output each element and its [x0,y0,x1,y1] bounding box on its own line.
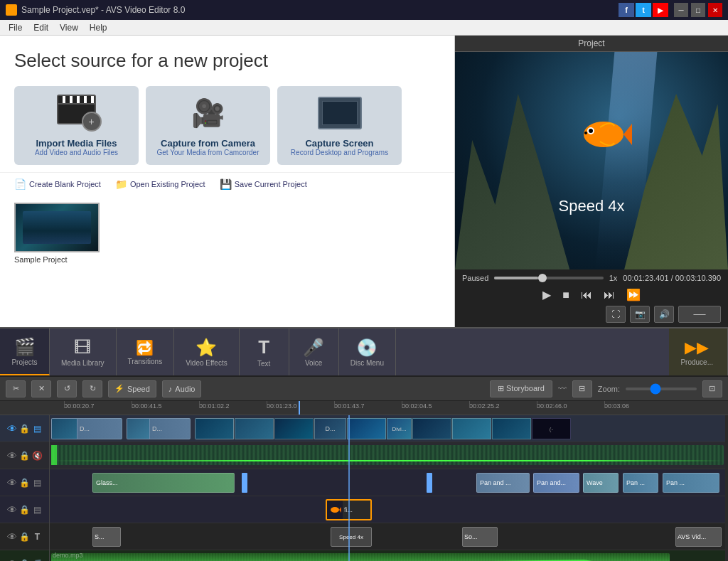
voice-label: Voice [305,359,322,367]
youtube-icon[interactable]: ▶ [653,3,668,17]
titlebar: Sample Project.vep* - AVS Video Editor 8… [0,0,728,20]
toolbar-effects[interactable]: ⭐ Video Effects [174,328,240,375]
project-name: Sample Project [14,255,100,264]
fish-clip[interactable]: fi... [326,499,372,520]
toolbar-text[interactable]: T Text [240,328,289,375]
audio-button[interactable]: ♪ Audio [162,380,202,397]
audio2-track-control: 👁 🔒 🎵 [0,550,49,561]
open-existing-button[interactable]: 📁 Open Existing Project [115,178,205,190]
playback-status-text: Paused [462,274,488,282]
skip-back-button[interactable]: ⏮ [578,287,595,303]
transitions-icon: 🔁 [136,339,154,356]
track-options-button[interactable]: ⊟ [572,380,592,397]
camera-tile[interactable]: 🎥 Capture from Camera Get Your Media fro… [146,86,270,165]
audio2-lock-button[interactable]: 🔒 [19,558,31,562]
project-thumbnail[interactable]: Sample Project [14,203,100,264]
speed-text-clip[interactable]: Speed 4x [331,527,372,547]
toolbar-transitions[interactable]: 🔁 Transitions [117,328,175,375]
audio2-eye-button[interactable]: 👁 [6,558,18,562]
toolbar-produce[interactable]: ▶▶ Produce... [669,328,728,375]
menu-edit[interactable]: Edit [28,21,54,34]
video-clip-2[interactable]: D... [127,418,191,439]
audio-volume-marker [51,445,57,465]
timeline-area: ✂ ✕ ↺ ↻ ⚡ Speed ♪ Audio ⊞ Storyboard 〰 ⊟… [0,377,728,561]
create-blank-button[interactable]: 📄 Create Blank Project [14,178,101,190]
text-clip-1[interactable]: S... [92,527,121,547]
wave-clip[interactable]: Wave [583,473,619,493]
library-label: Media Library [61,359,105,367]
produce-icon: ▶▶ [685,338,709,357]
audio1-eye-button[interactable]: 👁 [6,450,18,461]
text-clip-3[interactable]: So... [462,527,498,547]
skip-forward-button[interactable]: ⏭ [601,287,618,303]
twitter-icon[interactable]: t [636,3,651,17]
source-tiles: + Import Media Files Add Video and Audio… [0,79,454,172]
cut-button[interactable]: ✂ [6,380,26,397]
avs-text-clip[interactable]: AVS Vid... [675,527,722,547]
text-lock-button[interactable]: 🔒 [19,531,31,543]
left-panel: Select source for a new project + Import… [0,36,455,327]
menu-file[interactable]: File [3,21,28,34]
svg-marker-1 [623,124,632,145]
facebook-icon[interactable]: f [619,3,634,17]
save-current-label: Save Current Project [235,180,307,188]
menu-help[interactable]: Help [84,21,113,34]
close-button[interactable]: ✕ [708,3,722,17]
audio1-lock-button[interactable]: 🔒 [19,450,31,461]
quick-actions: 📄 Create Blank Project 📁 Open Existing P… [0,172,454,196]
audio1-mute-button[interactable]: 🔇 [32,450,43,461]
toolbar-voice[interactable]: 🎤 Voice [289,328,339,375]
tracks-scroll[interactable]: D... D... D... Divi... [50,415,728,561]
video-audio-waveform [51,445,724,465]
storyboard-button[interactable]: ⊞ Storyboard [490,380,552,397]
glass-clip[interactable]: Glass... [92,473,235,493]
volume-slider[interactable]: ── [678,306,721,323]
menu-view[interactable]: View [54,21,84,34]
save-current-button[interactable]: 💾 Save Current Project [220,178,307,190]
play-button[interactable]: ▶ [540,287,554,303]
fullscreen-button[interactable]: ⛶ [606,306,626,323]
stop-button[interactable]: ■ [560,287,572,303]
text-track-control: 👁 🔒 T [0,523,49,550]
video-eye-button[interactable]: 👁 [6,423,18,434]
video-clip-1[interactable]: D... [51,418,122,439]
toolbar-library[interactable]: 🎞 Media Library [50,328,117,375]
delete-button[interactable]: ✕ [31,380,51,397]
redo-button[interactable]: ↻ [82,380,102,397]
maximize-button[interactable]: □ [691,3,705,17]
voice-icon: 🎤 [303,338,324,358]
volume-button[interactable]: 🔊 [654,306,674,323]
transitions-label: Transitions [128,358,163,365]
progress-thumb[interactable] [538,274,547,282]
pan-clip-1[interactable]: Pan and ... [476,473,530,493]
pan-clip-4[interactable]: Pan ... [663,473,719,493]
import-tile[interactable]: + Import Media Files Add Video and Audio… [14,86,139,165]
audio1-track-control: 👁 🔒 🔇 [0,442,49,469]
audio2-mute-button[interactable]: 🎵 [32,558,43,562]
text-eye-button[interactable]: 👁 [6,531,18,543]
page-title: Select source for a new project [14,50,440,72]
toolbar-projects[interactable]: 🎬 Projects [0,328,50,375]
video-lock-button[interactable]: 🔒 [19,423,31,434]
zoom-slider[interactable] [626,388,697,390]
screen-tile[interactable]: Capture Screen Record Desktop and Progra… [277,86,402,165]
toolbar-disc[interactable]: 💿 Disc Menu [339,328,396,375]
overlay-lock-button[interactable]: 🔒 [19,477,31,488]
pan-clip-2[interactable]: Pan and... [533,473,579,493]
overlay2-lock-button[interactable]: 🔒 [19,504,31,515]
snapshot-button[interactable]: 📷 [630,306,650,323]
undo-button[interactable]: ↺ [57,380,77,397]
video-clip-series[interactable]: D... Divi... (- [195,418,621,439]
fit-timeline-button[interactable]: ⊡ [702,380,722,397]
pan-clip-3[interactable]: Pan ... [623,473,658,493]
overlay2-eye-button[interactable]: 👁 [6,504,18,515]
ruler-mark-9: 00:03:06 [604,402,629,410]
frame-forward-button[interactable]: ⏩ [623,287,643,303]
camera-subtitle: Get Your Media from Camcorder [154,149,262,156]
seek-bar[interactable] [494,277,603,279]
overlay-eye-button[interactable]: 👁 [6,477,18,488]
speed-button[interactable]: ⚡ Speed [108,380,156,397]
fish-animation [575,113,632,158]
svg-marker-6 [339,507,341,513]
minimize-button[interactable]: ─ [674,3,688,17]
